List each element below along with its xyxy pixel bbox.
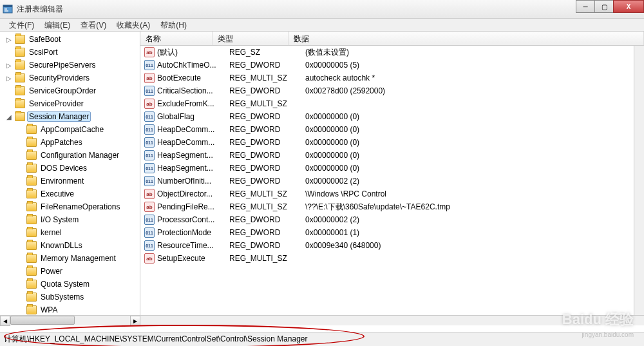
tree-label[interactable]: KnownDLLs [39, 240, 84, 251]
value-row[interactable]: abExcludeFromK...REG_MULTI_SZ [140, 97, 644, 110]
value-row[interactable]: 011CriticalSection...REG_DWORD0x00278d00… [140, 84, 644, 97]
value-row[interactable]: 011AutoChkTimeO...REG_DWORD0x00000005 (5… [140, 59, 644, 72]
expand-glyph-icon[interactable]: ▷ [5, 62, 13, 69]
tree-item[interactable]: Memory Management [0, 252, 140, 265]
value-row[interactable]: abSetupExecuteREG_MULTI_SZ [140, 252, 644, 265]
tree-label[interactable]: ServiceProvider [27, 99, 86, 109]
maximize-button[interactable]: ▢ [594, 0, 614, 13]
value-row[interactable]: abPendingFileRe...REG_MULTI_SZ\??\E:\下载\… [140, 200, 644, 213]
value-type: REG_DWORD [229, 177, 305, 186]
list-horizontal-scrollbar[interactable] [140, 315, 644, 325]
value-type: REG_MULTI_SZ [229, 254, 305, 263]
string-value-icon: ab [144, 99, 155, 109]
value-row[interactable]: abObjectDirector...REG_MULTI_SZ\Windows … [140, 187, 644, 200]
tree-label[interactable]: SubSystems [39, 292, 86, 302]
tree-item[interactable]: WPA [0, 303, 140, 316]
value-data: 0x00000000 (0) [305, 164, 644, 173]
app-icon [3, 4, 13, 14]
value-row[interactable]: 011HeapDeComm...REG_DWORD0x00000000 (0) [140, 123, 644, 136]
tree-item[interactable]: ◢Session Manager [0, 110, 140, 123]
tree-item[interactable]: Quota System [0, 278, 140, 291]
col-header-name[interactable]: 名称 [140, 32, 213, 45]
tree-item[interactable]: ServiceGroupOrder [0, 84, 140, 97]
tree-item[interactable]: Environment [0, 175, 140, 187]
tree-label[interactable]: SecurePipeServers [27, 60, 97, 70]
tree-label[interactable]: AppPatches [39, 137, 84, 148]
tree-horizontal-scrollbar[interactable]: ◀ ▶ [0, 315, 140, 325]
value-row[interactable]: ab(默认)REG_SZ(数值未设置) [140, 46, 644, 59]
expand-glyph-icon[interactable]: ▷ [5, 75, 13, 82]
registry-tree[interactable]: ▷SafeBoot ScsiPort▷SecurePipeServers▷Sec… [0, 32, 140, 325]
menu-edit[interactable]: 编辑(E) [39, 19, 75, 31]
tree-label[interactable]: Executive [39, 189, 76, 199]
tree-label[interactable]: I/O System [39, 215, 80, 225]
tree-item[interactable]: ▷SafeBoot [0, 33, 140, 46]
tree-item[interactable]: Power [0, 265, 140, 278]
col-header-data[interactable]: 数据 [289, 32, 644, 45]
expand-glyph-icon[interactable]: ◢ [5, 113, 13, 120]
tree-item[interactable]: FileRenameOperations [0, 200, 140, 213]
value-row[interactable]: 011HeapDeComm...REG_DWORD0x00000000 (0) [140, 136, 644, 149]
col-header-type[interactable]: 类型 [213, 32, 289, 45]
tree-label[interactable]: ScsiPort [27, 47, 60, 57]
value-row[interactable]: 011ResourceTime...REG_DWORD0x0009e340 (6… [140, 239, 644, 252]
tree-label[interactable]: Power [39, 266, 64, 276]
value-data: \??\E:\下载\360Safe\update\~TAE62C.tmp [305, 202, 644, 213]
value-row[interactable]: 011ProtectionModeREG_DWORD0x00000001 (1) [140, 226, 644, 239]
value-name: HeapSegment... [157, 151, 229, 160]
binary-value-icon: 011 [144, 163, 155, 173]
value-row[interactable]: 011GlobalFlagREG_DWORD0x00000000 (0) [140, 110, 644, 123]
value-row[interactable]: 011ProcessorCont...REG_DWORD0x00000002 (… [140, 213, 644, 226]
tree-item[interactable]: kernel [0, 226, 140, 239]
tree-item[interactable]: ▷SecurePipeServers [0, 59, 140, 72]
value-data: 0x00000002 (2) [305, 215, 644, 224]
tree-label[interactable]: kernel [39, 227, 64, 238]
tree-label[interactable]: Environment [39, 176, 86, 186]
tree-label[interactable]: FileRenameOperations [39, 202, 122, 212]
tree-item[interactable]: I/O System [0, 213, 140, 226]
tree-item[interactable]: AppPatches [0, 136, 140, 149]
folder-icon [26, 241, 37, 250]
tree-label[interactable]: SafeBoot [27, 34, 62, 44]
menu-help[interactable]: 帮助(H) [155, 19, 192, 31]
tree-label[interactable]: DOS Devices [39, 163, 89, 173]
tree-label[interactable]: Configuration Manager [39, 150, 121, 160]
value-row[interactable]: 011NumberOfIniti...REG_DWORD0x00000002 (… [140, 175, 644, 187]
value-name: HeapDeComm... [157, 138, 229, 147]
menu-file[interactable]: 文件(F) [4, 19, 39, 31]
value-row[interactable]: abBootExecuteREG_MULTI_SZautocheck autoc… [140, 72, 644, 84]
tree-label[interactable]: ServiceGroupOrder [27, 86, 98, 96]
tree-item[interactable]: DOS Devices [0, 162, 140, 175]
menu-favorites[interactable]: 收藏夹(A) [111, 19, 155, 31]
menu-view[interactable]: 查看(V) [75, 19, 111, 31]
minimize-button[interactable]: ─ [576, 0, 595, 13]
scroll-thumb[interactable] [10, 316, 75, 325]
tree-item[interactable]: KnownDLLs [0, 239, 140, 252]
value-row[interactable]: 011HeapSegment...REG_DWORD0x00000000 (0) [140, 162, 644, 175]
tree-label[interactable]: WPA [39, 305, 59, 315]
tree-item[interactable]: Configuration Manager [0, 149, 140, 162]
scroll-right-button[interactable]: ▶ [130, 316, 140, 326]
tree-label[interactable]: Quota System [39, 279, 91, 289]
close-button[interactable]: X [613, 0, 644, 13]
tree-item[interactable]: ScsiPort [0, 46, 140, 59]
folder-icon [26, 293, 37, 302]
tree-label[interactable]: Session Manager [27, 111, 91, 122]
tree-label[interactable]: SecurityProviders [27, 73, 91, 83]
scroll-track[interactable] [10, 316, 130, 325]
tree-item[interactable]: AppCompatCache [0, 123, 140, 136]
string-value-icon: ab [144, 47, 155, 57]
value-row[interactable]: 011HeapSegment...REG_DWORD0x00000000 (0) [140, 149, 644, 162]
list-vertical-scrollbar[interactable] [634, 46, 644, 325]
scroll-left-button[interactable]: ◀ [0, 316, 10, 326]
tree-label[interactable]: AppCompatCache [39, 124, 106, 135]
tree-item[interactable]: Executive [0, 187, 140, 200]
expand-glyph-icon[interactable]: ▷ [5, 36, 13, 43]
svg-rect-3 [5, 10, 8, 12]
tree-item[interactable]: ServiceProvider [0, 97, 140, 110]
tree-item[interactable]: SubSystems [0, 291, 140, 303]
tree-label[interactable]: Memory Management [39, 253, 118, 264]
list-panel: 名称 类型 数据 ab(默认)REG_SZ(数值未设置)011AutoChkTi… [140, 32, 644, 325]
tree-item[interactable]: ▷SecurityProviders [0, 72, 140, 84]
value-list[interactable]: ab(默认)REG_SZ(数值未设置)011AutoChkTimeO...REG… [140, 46, 644, 325]
